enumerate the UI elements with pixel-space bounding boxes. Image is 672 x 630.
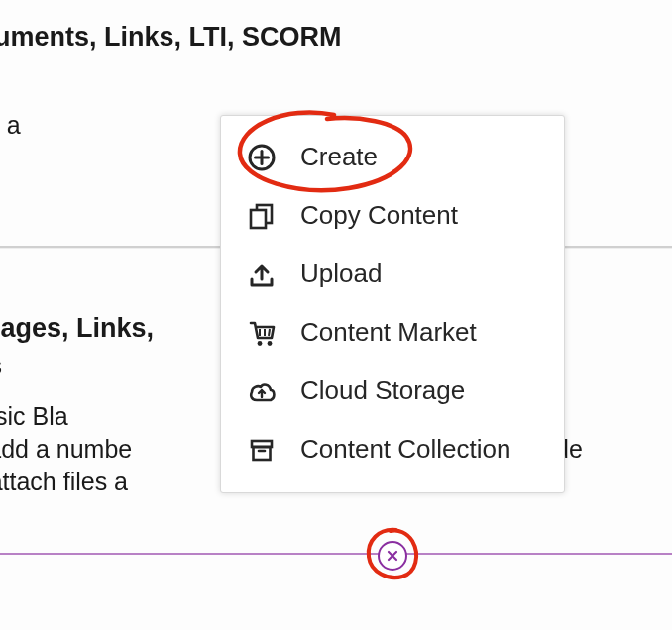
insert-line xyxy=(0,553,672,555)
menu-item-upload[interactable]: Upload xyxy=(221,245,564,303)
menu-item-label: Upload xyxy=(300,259,382,289)
section-title: t - Documents, Links, LTI, SCORM xyxy=(0,22,672,52)
section-description-left: t Ultra's tools for a xyxy=(0,111,21,139)
menu-item-content-collection[interactable]: Content Collection xyxy=(221,420,564,478)
menu-item-content-market[interactable]: Content Market xyxy=(221,303,564,362)
paragraph-left: can add a numbe xyxy=(0,435,132,463)
section-subtitle: ts xyxy=(0,60,672,89)
upload-icon xyxy=(243,261,280,288)
menu-item-label: Content Collection xyxy=(300,434,510,465)
menu-item-cloud-storage[interactable]: Cloud Storage xyxy=(221,362,564,420)
menu-item-label: Create xyxy=(300,142,378,172)
close-icon xyxy=(387,550,398,562)
copy-icon xyxy=(243,202,280,230)
svg-rect-13 xyxy=(254,447,271,460)
cart-icon xyxy=(243,318,280,348)
menu-item-label: Content Market xyxy=(300,317,477,348)
close-add-button[interactable] xyxy=(378,541,407,571)
svg-point-10 xyxy=(258,341,263,346)
paragraph-left: ar with classic Bla xyxy=(0,402,68,430)
add-content-menu: CreateCopy ContentUploadContent MarketCl… xyxy=(220,115,565,493)
archive-icon xyxy=(243,436,280,464)
cloud-icon xyxy=(243,376,280,406)
paragraph-left: and attach files a xyxy=(0,468,128,495)
menu-item-label: Copy Content xyxy=(300,200,458,231)
svg-rect-6 xyxy=(251,210,266,228)
svg-line-9 xyxy=(269,329,270,336)
menu-item-copy-content[interactable]: Copy Content xyxy=(221,186,564,245)
menu-item-create[interactable]: Create xyxy=(221,128,564,186)
svg-point-11 xyxy=(268,341,273,346)
plus-circle-icon xyxy=(243,143,280,172)
menu-item-label: Cloud Storage xyxy=(300,375,465,406)
